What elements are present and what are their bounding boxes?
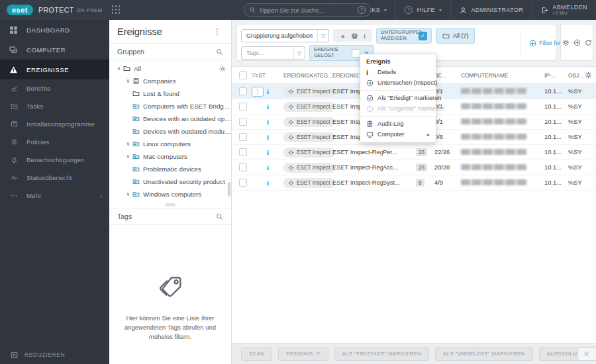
group-filter-chip[interactable]: All (7) xyxy=(436,28,475,44)
severity-info-icon[interactable]: i xyxy=(267,133,269,141)
menu-item-details[interactable]: iDetails xyxy=(360,67,436,77)
table-row[interactable]: iESET InspectESET Inspect-Reg...Syst...9… xyxy=(232,175,596,191)
severity-critical-icon[interactable] xyxy=(352,33,358,39)
tree-item-devices-with-outdated-modules[interactable]: Devices with outdated modules xyxy=(109,125,231,138)
menu-item-audit-log[interactable]: Audit-Log xyxy=(360,118,436,129)
table-row[interactable]: iESET InspectESET Inspect-Reg...Per...26… xyxy=(232,145,596,160)
als-ungel-st-markieren-button[interactable]: ALS "UNGELÖST" MARKIEREN xyxy=(435,347,532,361)
als-erledigt-markieren-button[interactable]: ALS "ERLEDIGT" MARKIEREN xyxy=(334,347,430,361)
table-row[interactable]: iESET InspectESET Inspect-Reg...Acc...28… xyxy=(232,160,596,175)
sidebar-item-computer[interactable]: COMPUTER xyxy=(0,40,109,60)
tree-item-problematic-devices[interactable]: Problematic devices xyxy=(109,163,231,175)
user-menu[interactable]: ADMINISTRATOR xyxy=(450,0,532,20)
menu-item-untersuchen-inspect[interactable]: Untersuchen (Inspect) xyxy=(360,77,436,88)
tree-item-unactivated-security-product[interactable]: Unactivated security product xyxy=(109,175,231,188)
row-checkbox[interactable] xyxy=(239,118,247,126)
severity-info-icon[interactable]: i xyxy=(267,148,269,156)
refresh-icon[interactable] xyxy=(585,39,592,46)
row-context-menu-button[interactable]: ⋮ xyxy=(252,87,264,97)
resolved-count-cell: 0/1 xyxy=(434,88,461,95)
column-header-category[interactable]: EREIGNISKATEG... xyxy=(283,72,332,79)
severity-info-icon[interactable]: i xyxy=(267,103,269,111)
menu-item-als-ungel-st-markieren[interactable]: Als "Ungelöst" markieren xyxy=(360,103,436,114)
sidebar-item-label: COMPUTER xyxy=(26,46,66,54)
row-checkbox[interactable] xyxy=(239,163,247,171)
tree-item-linux-computers[interactable]: ∨Linux computers xyxy=(109,138,231,150)
severity-info-icon[interactable]: i xyxy=(267,118,269,126)
tags-filter-dropdown[interactable]: Tags... ▽ xyxy=(241,46,305,60)
severity-warning-icon[interactable]: ▲ xyxy=(340,32,346,39)
sidebar-item-dashboard[interactable]: DASHBOARD xyxy=(0,20,109,40)
global-search-input[interactable]: Tippen Sie zur Suche... ? xyxy=(244,3,371,17)
tree-item-companies[interactable]: ∨Companies xyxy=(109,75,231,87)
sidebar-item-installationsprogramme[interactable]: Installationsprogramme xyxy=(0,115,109,133)
row-checkbox[interactable] xyxy=(239,87,247,95)
folder-icon xyxy=(123,65,134,72)
chevron-right-icon: › xyxy=(100,192,103,200)
logout-button[interactable]: ABMELDEN >9 Min xyxy=(532,0,596,20)
row-checkbox[interactable] xyxy=(239,103,247,111)
tree-item-windows-computers[interactable]: ∨Windows computers xyxy=(109,188,231,201)
column-header-computername[interactable]: COMPUTERNAME xyxy=(461,72,544,79)
menu-item-als-erledigt-markieren[interactable]: Als "Erledigt" markieren xyxy=(360,93,436,103)
panel-scrollbar[interactable] xyxy=(228,182,230,197)
groups-section-label: Gruppen xyxy=(117,48,144,56)
collapse-sidebar-button[interactable]: REDUZIEREN xyxy=(0,345,109,364)
apps-grid-icon[interactable] xyxy=(112,5,121,15)
panel-resize-handle[interactable] xyxy=(165,203,175,206)
ip-cell: 10.1... xyxy=(544,118,568,125)
tree-item-all[interactable]: ∧All xyxy=(109,62,231,75)
footer-button-label: EREIGNIS xyxy=(286,351,313,357)
help-menu[interactable]: ? HILFE ▾ xyxy=(395,0,450,20)
search-help-icon[interactable]: ? xyxy=(358,6,366,14)
show-subgroups-toggle[interactable]: UNTERGRUPPEN ANZEIGEN ✓ xyxy=(376,28,432,44)
event-type-cell: ESET Inspect-Reg... xyxy=(332,164,383,171)
column-settings-icon[interactable] xyxy=(585,71,592,79)
row-checkbox[interactable] xyxy=(239,133,247,141)
table-settings-icon[interactable] xyxy=(562,39,570,46)
group-settings-icon[interactable] xyxy=(219,66,226,72)
tree-item-devices-with-an-outdated-operating-system[interactable]: Devices with an outdated operating syste… xyxy=(109,113,231,125)
column-header-st[interactable]: ▽2ST xyxy=(252,72,283,79)
groups-search-icon[interactable] xyxy=(216,48,223,56)
subgroups-checkbox[interactable]: ✓ xyxy=(419,32,427,40)
select-all-checkbox[interactable] xyxy=(239,71,247,79)
tree-item-computers-with-eset-bridge-installed[interactable]: Computers with ESET Bridge installed xyxy=(109,100,231,113)
sidebar-item-benachrichtigungen[interactable]: Benachrichtigungen xyxy=(0,151,109,169)
severity-info-icon[interactable]: i xyxy=(364,32,366,40)
tree-chevron-icon[interactable]: ∨ xyxy=(124,78,132,84)
row-checkbox[interactable] xyxy=(239,179,247,187)
sidebar-item-label: EREIGNISSE xyxy=(26,66,69,73)
column-header-ip[interactable]: IP-... xyxy=(544,72,568,79)
tree-chevron-icon[interactable]: ∨ xyxy=(124,191,132,197)
column-header-be[interactable]: BE... xyxy=(434,72,461,79)
event-resolved-label: EREIGNIS GELÖST xyxy=(314,47,348,59)
caret-down-icon: ▾ xyxy=(384,7,387,13)
tree-item-lost-found[interactable]: Lost & found xyxy=(109,87,231,100)
severity-info-icon[interactable]: i xyxy=(267,87,269,95)
menu-item-computer[interactable]: Computer▸ xyxy=(360,129,436,140)
tree-item-mac-computers[interactable]: ∨Mac computers xyxy=(109,150,231,163)
logout-label: ABMELDEN xyxy=(552,4,587,11)
scan-button[interactable]: SCAN xyxy=(241,347,272,361)
grouping-dropdown[interactable]: Gruppierung aufgehoben ▽ xyxy=(241,29,329,42)
tree-chevron-icon[interactable]: ∧ xyxy=(115,66,123,71)
tree-chevron-icon[interactable]: ∨ xyxy=(124,154,132,159)
sidebar-item-policies[interactable]: Policies xyxy=(0,133,109,151)
sidebar-item-status-bersicht[interactable]: Statusübersicht xyxy=(0,169,109,187)
sidebar-item-tasks[interactable]: Tasks xyxy=(0,97,109,115)
row-checkbox[interactable] xyxy=(239,148,247,156)
sidebar-item-ereignisse[interactable]: EREIGNISSE xyxy=(0,60,109,79)
export-icon[interactable] xyxy=(573,39,581,46)
tree-item-label: Problematic devices xyxy=(143,165,201,173)
panel-menu-icon[interactable]: ⋮ xyxy=(211,27,223,36)
sidebar-item-mehr[interactable]: Mehr› xyxy=(0,187,109,205)
tree-chevron-icon[interactable]: ∨ xyxy=(124,141,132,147)
severity-info-icon[interactable]: i xyxy=(267,179,269,187)
ereignis-button[interactable]: EREIGNIS▽ xyxy=(278,347,328,361)
check-circle-icon xyxy=(366,95,373,102)
first-page-icon[interactable] xyxy=(583,351,590,357)
sidebar-item-berichte[interactable]: Berichte xyxy=(0,79,109,97)
severity-info-icon[interactable]: i xyxy=(267,163,269,171)
tags-search-icon[interactable] xyxy=(216,213,223,220)
